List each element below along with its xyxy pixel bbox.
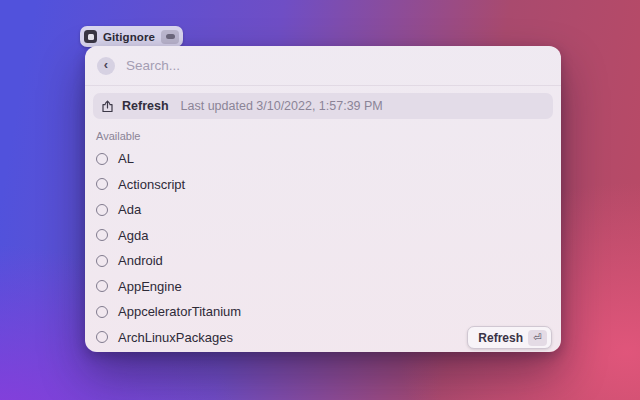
list-item[interactable]: Agda <box>85 223 561 249</box>
circle-icon <box>96 178 108 190</box>
gitignore-extension-icon <box>84 30 97 43</box>
section-header-available: Available <box>96 130 561 142</box>
search-bar: ‹ <box>85 46 561 86</box>
circle-icon <box>96 280 108 292</box>
extension-chip[interactable]: Gitignore <box>80 26 183 47</box>
chevron-left-icon: ‹ <box>104 58 108 71</box>
refresh-action-button[interactable]: Refresh ⏎ <box>467 326 552 349</box>
circle-icon <box>96 255 108 267</box>
list-item[interactable]: Ada <box>85 197 561 223</box>
list-item[interactable]: Autotools <box>85 350 561 352</box>
circle-icon <box>96 229 108 241</box>
list-item[interactable]: AppEngine <box>85 274 561 300</box>
raycast-window: ‹ Refresh Last updated 3/10/2022, 1:57:3… <box>85 46 561 352</box>
extension-chip-label: Gitignore <box>103 31 155 43</box>
circle-icon <box>96 153 108 165</box>
enter-key-icon: ⏎ <box>528 330 547 346</box>
list-item[interactable]: AL <box>85 146 561 172</box>
list-item[interactable]: Actionscript <box>85 172 561 198</box>
search-input[interactable] <box>126 58 549 73</box>
circle-icon <box>96 306 108 318</box>
last-updated-text: Last updated 3/10/2022, 1:57:39 PM <box>181 99 383 113</box>
list-item[interactable]: Android <box>85 248 561 274</box>
refresh-row-label: Refresh <box>122 99 169 113</box>
circle-icon <box>96 331 108 343</box>
upload-icon <box>101 100 114 113</box>
list-item[interactable]: AppceleratorTitanium <box>85 299 561 325</box>
circle-icon <box>96 204 108 216</box>
available-list: AL Actionscript Ada Agda Android AppEngi… <box>85 146 561 352</box>
key-pill-icon <box>161 30 179 44</box>
back-button[interactable]: ‹ <box>97 57 115 75</box>
refresh-status-row[interactable]: Refresh Last updated 3/10/2022, 1:57:39 … <box>93 93 553 119</box>
